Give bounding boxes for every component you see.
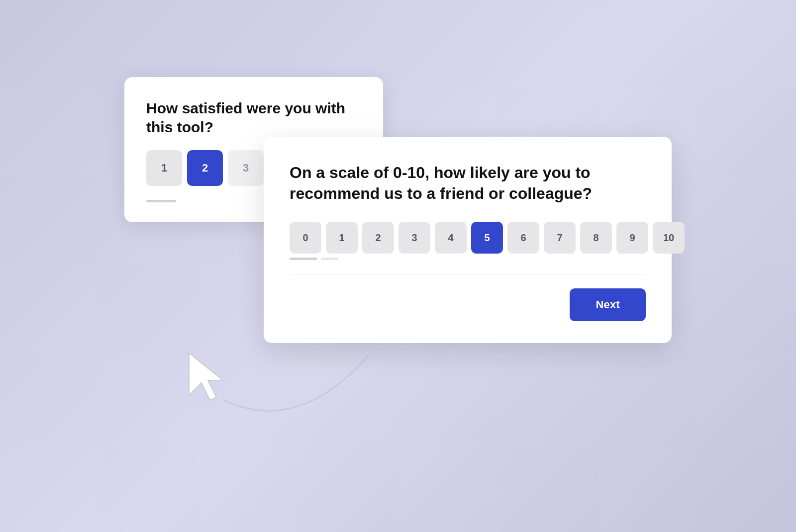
nps-card: On a scale of 0-10, how likely are you t… xyxy=(264,137,672,343)
nps-btn-8[interactable]: 8 xyxy=(580,222,612,254)
next-button[interactable]: Next xyxy=(570,288,646,321)
nps-footer-lines xyxy=(290,258,338,260)
nps-btn-3[interactable]: 3 xyxy=(398,222,430,254)
nps-btn-4[interactable]: 4 xyxy=(435,222,467,254)
nps-btn-9[interactable]: 9 xyxy=(616,222,648,254)
scene: How satisfied were you with this tool? 1… xyxy=(124,77,672,455)
footer-line-1 xyxy=(146,200,176,202)
cursor-icon xyxy=(184,351,229,405)
nps-btn-5[interactable]: 5 xyxy=(471,222,503,254)
nps-btn-6[interactable]: 6 xyxy=(507,222,539,254)
rating-btn-3[interactable]: 3 xyxy=(228,150,264,186)
nps-footer-line-2 xyxy=(321,258,338,260)
nps-btn-10[interactable]: 10 xyxy=(653,222,685,254)
nps-question: On a scale of 0-10, how likely are you t… xyxy=(290,163,608,204)
nps-btn-1[interactable]: 1 xyxy=(326,222,358,254)
satisfaction-question: How satisfied were you with this tool? xyxy=(146,99,361,136)
rating-btn-1[interactable]: 1 xyxy=(146,150,182,186)
nps-btn-7[interactable]: 7 xyxy=(544,222,576,254)
svg-marker-0 xyxy=(189,353,223,400)
nps-footer xyxy=(290,258,646,260)
nps-rating-row: 0 1 2 3 4 5 6 7 8 9 10 xyxy=(290,222,646,254)
nps-btn-2[interactable]: 2 xyxy=(362,222,394,254)
rating-btn-2[interactable]: 2 xyxy=(187,150,223,186)
nps-footer-line-1 xyxy=(290,258,317,260)
card-actions: Next xyxy=(290,288,646,321)
card-divider xyxy=(290,274,646,274)
nps-btn-0[interactable]: 0 xyxy=(290,222,321,254)
